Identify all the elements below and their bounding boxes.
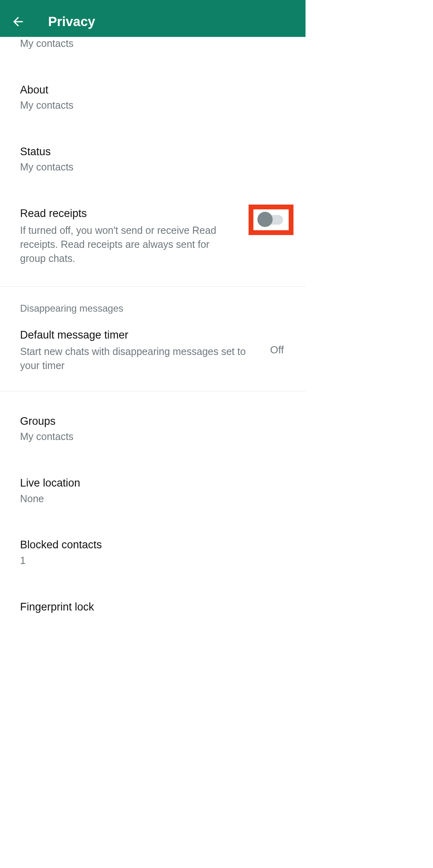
back-arrow-icon[interactable] xyxy=(8,12,28,32)
setting-subtitle: None xyxy=(20,492,285,506)
setting-item-groups[interactable]: Groups My contacts xyxy=(0,404,306,453)
setting-subtitle: 1 xyxy=(20,554,285,568)
setting-title: Default message timer xyxy=(20,328,258,342)
setting-subtitle: My contacts xyxy=(20,37,285,51)
setting-title: Blocked contacts xyxy=(20,537,285,552)
setting-title: Groups xyxy=(20,414,285,428)
setting-title: Fingerprint lock xyxy=(20,600,285,613)
toggle-knob xyxy=(257,212,273,227)
page-title: Privacy xyxy=(48,14,95,29)
setting-item-partial-top[interactable]: My contacts xyxy=(0,37,306,60)
setting-item-read-receipts[interactable]: Read receipts If turned off, you won't s… xyxy=(0,197,306,275)
setting-item-live-location[interactable]: Live location None xyxy=(0,466,306,515)
setting-item-about[interactable]: About My contacts xyxy=(0,73,306,122)
setting-title: About xyxy=(20,83,285,97)
setting-item-default-timer[interactable]: Default message timer Start new chats wi… xyxy=(0,318,306,382)
setting-item-fingerprint-lock[interactable]: Fingerprint lock Disabled xyxy=(0,590,306,613)
read-receipts-toggle[interactable] xyxy=(259,215,283,225)
setting-item-blocked-contacts[interactable]: Blocked contacts 1 xyxy=(0,528,306,577)
setting-description: Start new chats with disappearing messag… xyxy=(20,345,258,373)
setting-title: Status xyxy=(20,144,285,159)
setting-title: Read receipts xyxy=(20,206,237,221)
setting-subtitle: My contacts xyxy=(20,160,285,174)
setting-description: If turned off, you won't send or receive… xyxy=(20,223,237,266)
settings-content: My contacts About My contacts Status My … xyxy=(0,37,306,613)
setting-subtitle: My contacts xyxy=(20,99,285,112)
highlight-box xyxy=(249,205,293,235)
setting-item-status[interactable]: Status My contacts xyxy=(0,135,306,184)
setting-value: Off xyxy=(270,344,285,356)
section-header-disappearing: Disappearing messages xyxy=(0,287,306,318)
setting-title: Live location xyxy=(20,476,285,490)
setting-subtitle: My contacts xyxy=(20,430,285,444)
